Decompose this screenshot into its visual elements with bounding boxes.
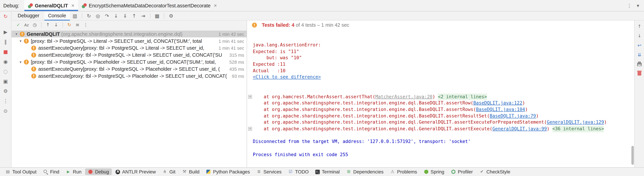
stack-trace-link[interactable]: BaseDQLIT.java:104 — [476, 106, 525, 113]
fold-toggle-icon[interactable]: + — [248, 95, 252, 98]
stack-trace-link[interactable]: BaseDQLIT.java:79 — [490, 113, 536, 119]
next-failed-test-icon[interactable]: ↓ — [52, 22, 60, 28]
restore-layout-icon[interactable]: ▥ — [71, 13, 79, 19]
fold-toggle-icon[interactable]: + — [248, 127, 252, 131]
close-tab-icon[interactable]: × — [214, 2, 217, 8]
console-scrollbar[interactable] — [631, 146, 634, 165]
test-name: [proxy: tbl -> PostgreSQL -> Literal -> … — [31, 38, 214, 44]
run-icon: ▶ — [66, 169, 71, 174]
separator — [164, 13, 164, 18]
pause-icon[interactable]: ‖ — [2, 39, 9, 45]
chevron-down-icon[interactable]: ▾ — [18, 60, 23, 64]
rerun-debug-icon[interactable]: ↻ — [2, 13, 9, 20]
test-history-icon[interactable]: ≡ — [74, 22, 81, 28]
tree-row[interactable]: ! assertExecute[proxy: tbl -> PostgreSQL… — [12, 72, 247, 79]
show-passed-icon[interactable]: ✓ — [15, 22, 22, 28]
window-controls: ⋮ ▾ — [627, 3, 644, 8]
up-stack-trace-icon[interactable]: ↑ — [636, 24, 642, 30]
previous-failed-test-icon[interactable]: ↑ — [44, 22, 52, 28]
evaluate-expression-icon[interactable]: ▦ — [153, 13, 161, 19]
tab-debugger[interactable]: Debugger — [14, 11, 43, 20]
tool-button-problems[interactable]: ⚠Problems — [387, 168, 420, 175]
console-line: Expected :11 — [248, 61, 634, 68]
stack-trace-link[interactable]: GeneralDQLIT.java:129 — [547, 119, 604, 126]
more-options-icon[interactable]: ⋮ — [2, 98, 9, 104]
tab-console[interactable]: Console — [44, 11, 70, 20]
tool-button-dependencies[interactable]: ⊞Dependencies — [344, 168, 386, 175]
run-to-cursor-icon[interactable]: ⇥ — [139, 13, 147, 19]
close-tab-icon[interactable]: × — [71, 2, 74, 8]
force-step-into-icon[interactable]: ⇓ — [121, 13, 129, 19]
print-icon[interactable] — [637, 63, 642, 66]
tree-row[interactable]: ! assertExecuteQuery[proxy: tbl -> Postg… — [12, 44, 247, 51]
pin-icon[interactable]: ⊙ — [2, 108, 9, 114]
view-breakpoints-icon[interactable]: ◉ — [2, 58, 9, 65]
tool-button-spring[interactable]: Spring — [421, 168, 447, 175]
tool-button-find[interactable]: Find — [40, 168, 62, 175]
test-duration: 528 ms — [225, 60, 247, 64]
down-stack-trace-icon[interactable]: ↓ — [636, 33, 642, 39]
thread-dump-icon[interactable]: ▣ — [2, 78, 9, 84]
tool-button-todo[interactable]: ☑TODO — [285, 168, 312, 175]
tool-button-checkstyle[interactable]: ✔CheckStyle — [476, 168, 513, 175]
tree-row[interactable]: ! assertExecuteQuery[proxy: tbl -> Postg… — [12, 66, 247, 72]
step-out-icon[interactable]: ↑ — [130, 13, 138, 19]
tool-window-bar: ▤Tool Output Find ▶Run Debug AANTLR Prev… — [0, 167, 644, 176]
chevron-down-icon[interactable]: ▾ — [18, 39, 23, 43]
test-error-icon: ! — [31, 45, 36, 50]
tool-button-tool-output[interactable]: ▤Tool Output — [2, 168, 40, 175]
rerun-icon[interactable]: ↻ — [85, 13, 93, 19]
settings-icon[interactable]: ⚙ — [2, 88, 9, 94]
tool-button-terminal[interactable]: >_Terminal — [312, 168, 342, 175]
tab-general-dqlit[interactable]: GeneralDQLIT × — [24, 0, 78, 11]
tree-row[interactable]: ▾ ! [proxy: tbl -> PostgreSQL -> Placeho… — [12, 58, 247, 66]
debug-tool-window: Debug: GeneralDQLIT × EncryptSchemaMetaD… — [0, 0, 644, 176]
folded-lines-chip[interactable]: <2 internal lines> — [438, 94, 487, 100]
run-tab-bar: Debug: GeneralDQLIT × EncryptSchemaMetaD… — [0, 0, 644, 12]
tool-button-antlr-preview[interactable]: AANTLR Preview — [113, 168, 158, 175]
more-options-icon[interactable]: ⋮ — [82, 22, 89, 28]
sort-by-duration-icon[interactable]: ◷ — [31, 22, 38, 28]
stop-icon[interactable]: ■ — [2, 48, 9, 55]
test-duration: 1 min 41 sec — [214, 45, 247, 50]
tool-button-python-packages[interactable]: Python Packages — [203, 168, 253, 175]
tree-row[interactable]: ! assertExecute[proxy: tbl -> PostgreSQL… — [12, 51, 247, 58]
layout-settings-icon[interactable]: ⚙ — [167, 13, 175, 19]
mute-breakpoints-icon[interactable]: ◌ — [2, 68, 9, 75]
tool-button-services[interactable]: ≣Services — [254, 168, 284, 175]
folded-lines-chip[interactable]: <36 internal lines> — [552, 126, 604, 132]
clear-all-icon[interactable] — [638, 72, 641, 76]
tab-encrypt-schema-test[interactable]: EncryptSchemaMetaDataDecoratorTest.asser… — [78, 0, 220, 11]
show-execution-point-icon[interactable]: ◎ — [94, 13, 102, 19]
tool-button-profiler[interactable]: Profiler — [448, 168, 476, 175]
soft-wrap-icon[interactable]: ↩ — [636, 43, 642, 48]
tool-button-git[interactable]: ⋔Git — [160, 168, 178, 175]
tool-button-build[interactable]: ⚒Build — [179, 168, 202, 175]
console-line: at org.apache.shardingsphere.test.integr… — [248, 106, 634, 113]
stack-trace-link[interactable]: BaseDQLIT.java:122 — [473, 100, 522, 106]
stack-trace-link[interactable]: MatcherAssert.java:20 — [375, 94, 432, 100]
tree-row-root[interactable]: ▾ ! GeneralDQLIT (org.apache.shardingsph… — [12, 30, 247, 38]
stack-trace-link[interactable]: GeneralDQLIT.java:99 — [492, 126, 547, 132]
console-output[interactable]: java.lang.AssertionError: Expected: is "… — [247, 30, 634, 167]
scroll-to-end-icon[interactable]: ⇊ — [636, 52, 642, 58]
hide-window-icon[interactable]: ▾ — [637, 3, 639, 8]
tree-row[interactable]: ▾ ! [proxy: tbl -> PostgreSQL -> Literal… — [12, 37, 247, 44]
test-duration: 315 ms — [225, 52, 247, 57]
see-difference-link[interactable]: <Click to see difference> — [253, 74, 321, 81]
test-class-icon — [28, 3, 33, 8]
tool-button-run[interactable]: ▶Run — [63, 168, 84, 175]
step-into-icon[interactable]: ↓ — [112, 13, 120, 19]
console-line: at org.apache.shardingsphere.test.integr… — [248, 119, 634, 126]
more-options-icon[interactable]: ⋮ — [627, 3, 632, 8]
console-line — [248, 87, 634, 94]
resume-icon[interactable]: ▶ — [2, 29, 9, 35]
step-over-icon[interactable]: ↷ — [103, 13, 111, 19]
search-icon — [43, 169, 48, 174]
sort-alphabetically-icon[interactable]: Az — [23, 23, 30, 27]
test-name: assertExecuteQuery[proxy: tbl -> Postgre… — [38, 45, 214, 51]
tool-button-debug[interactable]: Debug — [85, 168, 112, 175]
console-line — [248, 81, 634, 87]
rerun-failed-tests-icon[interactable]: ↻ — [66, 22, 73, 28]
chevron-down-icon[interactable]: ▾ — [14, 32, 19, 36]
